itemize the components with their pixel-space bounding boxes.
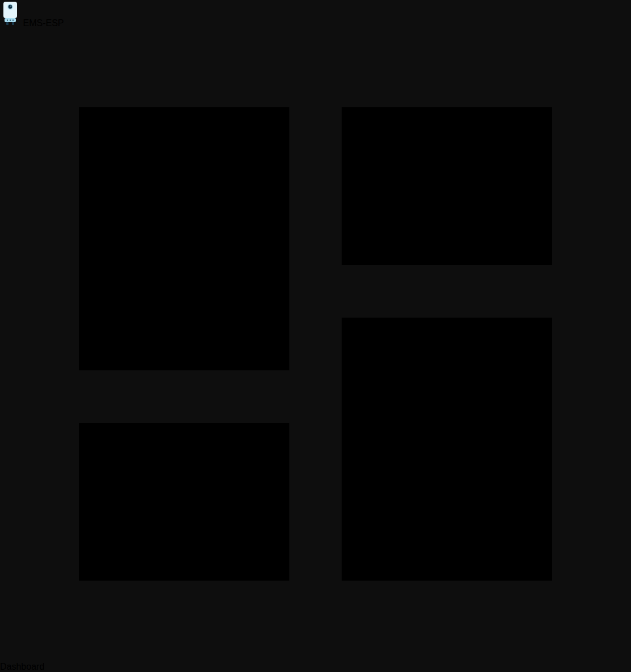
background-image-strip (0, 0, 4, 672)
app-title: EMS-ESP (23, 18, 64, 28)
dashboard-icon (0, 652, 631, 661)
ems-esp-app: EMS-ESP DashboardSettingsHelpNetworkAcce… (0, 0, 631, 672)
sidebar: DashboardSettingsHelpNetworkAccess Point… (0, 28, 631, 672)
sidebar-item-dashboard[interactable]: Dashboard (0, 28, 631, 672)
logo-bar: EMS-ESP (0, 0, 631, 28)
sidebar-item-label: Dashboard (0, 662, 44, 671)
